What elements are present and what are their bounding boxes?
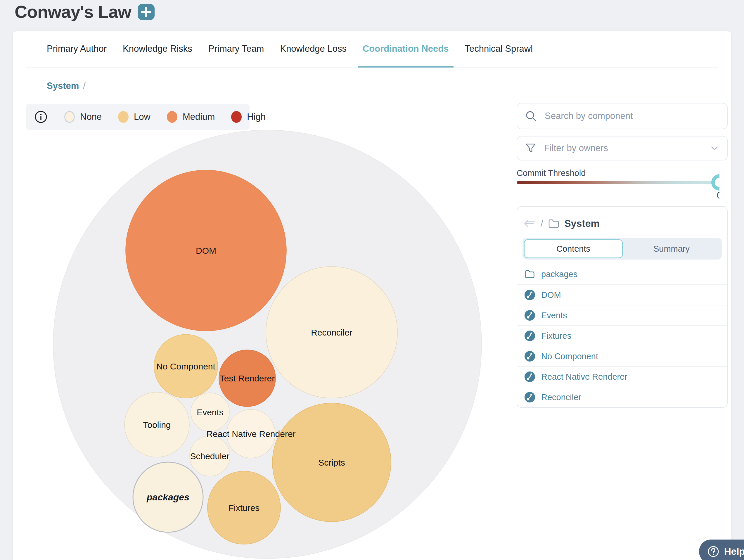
- panel-row-reconciler[interactable]: Reconciler: [517, 387, 727, 407]
- legend-item-none: None: [64, 111, 102, 123]
- tab-bar: Primary AuthorKnowledge RisksPrimary Tea…: [47, 42, 533, 68]
- tab-coordination-needs[interactable]: Coordination Needs: [363, 42, 449, 68]
- slider-value-wrap: 0: [517, 190, 719, 203]
- owner-filter[interactable]: Filter by owners: [517, 136, 728, 160]
- tab-knowledge-loss[interactable]: Knowledge Loss: [280, 42, 346, 68]
- bubble-label-tooling: Tooling: [143, 420, 171, 430]
- legend-item-high: High: [231, 111, 266, 123]
- row-label: No Component: [541, 351, 598, 361]
- panel-row-fixtures[interactable]: Fixtures: [517, 325, 727, 346]
- chevron-down-icon: [709, 143, 719, 153]
- plus-icon: [141, 7, 151, 17]
- breadcrumb-system-link[interactable]: System: [47, 81, 79, 91]
- legend-label: Medium: [183, 112, 215, 122]
- search-icon: [525, 110, 537, 122]
- bubble-label-scheduler: Scheduler: [190, 451, 229, 461]
- bubble-label-fixtures: Fixtures: [228, 503, 260, 513]
- tab-label: Primary Author: [47, 43, 107, 54]
- bubble-label-dom: DOM: [196, 246, 216, 256]
- back-icon[interactable]: [524, 219, 536, 229]
- tab-label: Knowledge Loss: [280, 43, 346, 54]
- bubble-label-scripts: Scripts: [318, 458, 345, 468]
- slider-handle[interactable]: [711, 174, 719, 191]
- component-icon: [524, 330, 535, 341]
- row-label: Events: [541, 311, 567, 320]
- legend-swatch: [231, 111, 242, 123]
- row-label: Fixtures: [541, 331, 571, 341]
- bubble-label-react-native-renderer: React Native Renderer: [206, 429, 295, 439]
- panel-tab-contents[interactable]: Contents: [524, 239, 623, 258]
- tab-technical-sprawl[interactable]: Technical Sprawl: [464, 42, 533, 68]
- row-label: DOM: [541, 290, 561, 300]
- tab-label: Knowledge Risks: [123, 43, 192, 54]
- tab-primary-team[interactable]: Primary Team: [208, 42, 264, 68]
- component-icon: [524, 289, 535, 300]
- bubble-label-packages: packages: [146, 492, 189, 502]
- filter-icon: [525, 142, 536, 154]
- question-icon: [707, 546, 719, 558]
- tab-label: Primary Team: [208, 43, 264, 54]
- system-panel: / System ContentsSummary packages DOM Ev…: [517, 206, 728, 408]
- system-panel-header: / System: [524, 218, 600, 229]
- slider-track[interactable]: [517, 181, 719, 184]
- legend-item-medium: Medium: [167, 111, 215, 123]
- commit-threshold-slider: [517, 174, 719, 191]
- bubble-label-reconciler: Reconciler: [311, 328, 352, 337]
- component-icon: [524, 310, 535, 321]
- bubble-label-no-component: No Component: [156, 362, 215, 371]
- panel-row-dom[interactable]: DOM: [517, 285, 727, 305]
- help-label: Help: [724, 546, 744, 557]
- legend-swatch: [64, 111, 75, 123]
- legend-item-low: Low: [118, 111, 150, 123]
- panel-row-react-native-renderer[interactable]: React Native Renderer: [517, 366, 727, 387]
- tab-label: Coordination Needs: [363, 43, 449, 54]
- tab-label: Technical Sprawl: [464, 43, 533, 54]
- info-icon[interactable]: [35, 110, 47, 123]
- folder-icon: [548, 218, 560, 229]
- page-title: Conway's Law: [14, 2, 131, 22]
- panel-path-separator: /: [541, 218, 543, 229]
- breadcrumb: System /: [47, 81, 86, 91]
- component-icon: [524, 371, 535, 382]
- bubble-label-test-renderer: Test Renderer: [220, 374, 275, 383]
- panel-title: System: [564, 218, 600, 229]
- help-button[interactable]: Help: [699, 539, 744, 560]
- component-icon: [524, 351, 535, 362]
- slider-value: 0: [717, 190, 719, 201]
- legend-label: None: [80, 112, 102, 122]
- component-search: [517, 103, 728, 129]
- tabs-divider: [26, 68, 718, 68]
- folder-icon: [524, 269, 535, 280]
- panel-tab-summary[interactable]: Summary: [623, 239, 720, 258]
- filter-label: Filter by owners: [544, 143, 702, 153]
- legend-label: High: [247, 112, 266, 122]
- page-header: Conway's Law: [14, 2, 155, 22]
- search-input[interactable]: [545, 111, 719, 121]
- legend-label: Low: [134, 112, 150, 122]
- row-label: React Native Renderer: [541, 372, 627, 382]
- risk-legend: NoneLowMediumHigh: [26, 104, 250, 130]
- add-button[interactable]: [138, 4, 155, 20]
- coordination-bubble-chart[interactable]: DOMReconcilerNo ComponentTest RendererEv…: [0, 127, 497, 560]
- panel-row-no-component[interactable]: No Component: [517, 346, 727, 366]
- legend-swatch: [167, 111, 177, 123]
- row-label: packages: [541, 269, 578, 279]
- row-label: Reconciler: [541, 393, 581, 402]
- panel-row-packages[interactable]: packages: [517, 264, 727, 285]
- bubble-label-events: Events: [197, 407, 224, 417]
- legend-items: NoneLowMediumHigh: [64, 111, 266, 123]
- panel-tab-switch: ContentsSummary: [522, 238, 722, 260]
- legend-swatch: [118, 111, 128, 123]
- panel-contents-list: packages DOM Events Fixtures No Componen…: [517, 264, 727, 407]
- panel-row-events[interactable]: Events: [517, 305, 727, 325]
- tab-primary-author[interactable]: Primary Author: [47, 42, 107, 68]
- component-icon: [524, 391, 535, 403]
- breadcrumb-separator: /: [83, 81, 86, 91]
- tab-knowledge-risks[interactable]: Knowledge Risks: [123, 42, 192, 68]
